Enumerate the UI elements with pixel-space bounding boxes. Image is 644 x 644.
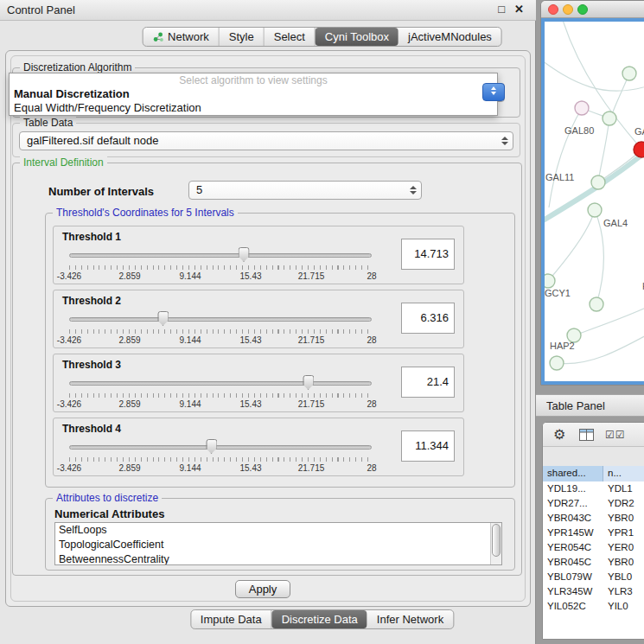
numerical-attributes-list: SelfLoopsTopologicalCoefficientBetweenne… [54,522,502,565]
threshold-label: Threshold 1 [62,231,121,243]
network-edge [549,108,582,207]
network-node[interactable] [591,175,605,189]
node-label: GAL4 [603,218,628,228]
table-panel-title: Table Panel [546,399,605,412]
attribute-list-item[interactable]: BetweennessCentrality [55,552,501,565]
float-window-icon[interactable]: □ [498,3,505,16]
threshold-1-block: Threshold 1 -3.4262.8599.14415.4321.7152… [53,226,464,284]
network-node[interactable] [545,274,555,288]
threshold-1-value-field[interactable]: 14.713 [401,239,455,270]
number-of-intervals-combobox[interactable]: 5 [188,181,422,200]
column-selector-icon[interactable] [579,429,594,441]
table-cell: YBL079W [543,570,603,584]
slider-thumb[interactable] [206,439,217,454]
column-header-shared[interactable]: shared... [543,466,603,481]
network-node[interactable] [603,112,616,125]
minimize-traffic-light-icon[interactable] [563,4,573,15]
slider-scale-labels: -3.4262.8599.14415.4321.71528 [69,271,372,282]
slider-ticks [69,393,372,398]
tab-select[interactable]: Select [265,28,316,46]
group-title: Table Data [20,117,76,129]
group-title: Interval Definition [20,156,107,169]
tab-discretize-data[interactable]: Discretize Data [272,610,367,628]
tab-cyni-toolbox[interactable]: Cyni Toolbox [316,28,399,46]
threshold-1-slider: -3.4262.8599.14415.4321.71528 [69,247,372,284]
table-body: YDL19...YDL1YDR27...YDR2YBR043CYBR0YPR14… [543,481,644,639]
slider-track[interactable] [69,445,372,450]
table-row[interactable]: YBR043CYBR0 [543,511,644,526]
network-node[interactable] [588,203,602,217]
table-toolbar: ⚙ ☑☑ [543,423,644,447]
tick-label: -3.426 [57,463,81,473]
tab-infer-network[interactable]: Infer Network [367,610,453,628]
network-node-selected[interactable] [634,142,644,157]
table-cell: YBR045C [543,555,603,570]
apply-button[interactable]: Apply [235,580,290,598]
close-traffic-light-icon[interactable] [548,4,558,15]
node-label: GCY1 [545,288,571,298]
table-row[interactable]: YIL052CYIL0 [543,599,644,614]
slider-track[interactable] [69,317,372,322]
network-node[interactable] [622,67,636,80]
dropdown-option-manual[interactable]: Manual Discretization [10,87,497,101]
slider-track[interactable] [69,253,372,258]
attribute-list-item[interactable]: SelfLoops [55,523,501,538]
table-row[interactable]: YER054CYER0 [543,540,644,555]
combobox-arrows-icon [501,137,508,145]
tab-network[interactable]: Network [143,28,220,46]
table-cell: YDL19... [543,481,603,496]
group-title: Attributes to discretize [53,492,162,504]
select-rows-icons[interactable]: ☑☑ [605,429,626,441]
window-titlebar[interactable] [541,1,644,18]
slider-thumb[interactable] [157,311,169,326]
tick-label: 2.859 [118,463,140,473]
tab-style[interactable]: Style [220,28,265,46]
table-cell: YIL0 [603,599,644,614]
tick-label: 28 [367,335,376,345]
table-row[interactable]: YDR27...YDR2 [543,496,644,511]
list-scrollbar[interactable] [490,523,501,564]
zoom-traffic-light-icon[interactable] [577,4,588,15]
combobox-arrow-button[interactable] [482,83,505,101]
tick-label: 15.43 [239,399,261,409]
table-data-combobox[interactable]: galFiltered.sif default node [19,131,513,150]
network-node[interactable] [550,356,564,370]
network-edge [548,210,595,281]
node-label: GAL80 [564,125,594,136]
table-cell: YPR1 [603,526,644,540]
network-icon [152,32,163,42]
table-cell: YDL1 [603,481,644,496]
scrollbar-thumb[interactable] [492,524,501,557]
tick-label: 28 [367,399,376,409]
slider-thumb[interactable] [239,247,250,262]
tick-label: -3.426 [57,271,81,281]
tab-impute-data[interactable]: Impute Data [191,610,272,628]
table-row[interactable]: YPR145WYPR1 [543,526,644,540]
table-cell: YBR0 [603,511,644,526]
threshold-4-value-field[interactable]: 11.344 [401,430,455,462]
close-icon[interactable]: ✕ [514,3,524,16]
threshold-3-slider: -3.4262.8599.14415.4321.71528 [69,375,372,411]
table-row[interactable]: YBL079WYBL0 [543,570,644,584]
table-row[interactable]: YDL19...YDL1 [543,481,644,496]
table-row[interactable]: YLR345WYLR3 [543,584,644,599]
tab-jactivemnodules[interactable]: jActiveMNodules [399,28,501,46]
threshold-2-value-field[interactable]: 6.316 [401,303,455,334]
column-header-name[interactable]: n... [603,466,644,481]
dropdown-prompt: Select algorithm to view settings [10,73,497,87]
threshold-3-value-field[interactable]: 21.4 [401,367,455,398]
slider-thumb[interactable] [303,375,314,390]
tick-label: 2.859 [118,335,140,345]
attribute-list-item[interactable]: TopologicalCoefficient [55,538,501,552]
threshold-coordinates-group: Threshold's Coordinates for 5 Intervals … [45,213,515,488]
network-canvas[interactable]: GAL80 GA GAL11 GAL4 GCY1 H HAP2 [541,18,644,385]
table-cell: YLR345W [543,584,603,599]
network-node[interactable] [575,101,589,115]
slider-track[interactable] [69,381,372,386]
tick-label: 2.859 [118,399,140,409]
gear-icon[interactable]: ⚙ [553,426,565,443]
dropdown-option-equal-width[interactable]: Equal Width/Frequency Discretization [10,101,497,115]
table-row[interactable]: YBR045CYBR0 [543,555,644,570]
bottom-tab-bar: Impute Data Discretize Data Infer Networ… [190,609,454,629]
network-node[interactable] [590,297,603,311]
